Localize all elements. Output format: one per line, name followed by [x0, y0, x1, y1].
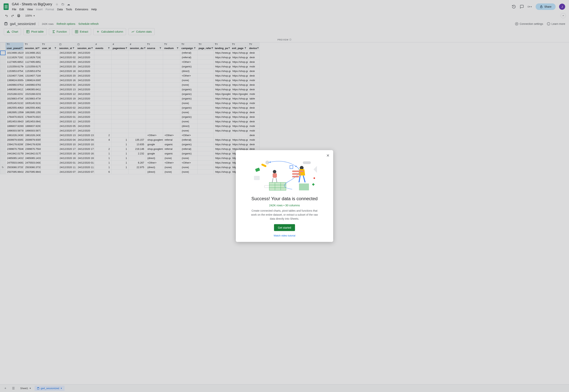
- svg-rect-64: [292, 176, 299, 178]
- watch-tutorial-link[interactable]: Watch video tutorial: [241, 234, 328, 237]
- close-icon[interactable]: ✕: [325, 153, 330, 158]
- get-started-button[interactable]: Get started: [274, 224, 295, 231]
- svg-rect-63: [292, 173, 301, 175]
- success-modal: ✕: [236, 150, 333, 242]
- svg-rect-65: [303, 161, 311, 164]
- svg-rect-48: [273, 173, 277, 178]
- svg-rect-51: [269, 182, 286, 190]
- svg-rect-69: [312, 183, 315, 186]
- modal-illustration: [241, 156, 328, 194]
- svg-line-50: [276, 178, 277, 182]
- svg-line-60: [299, 176, 300, 182]
- modal-description: Create connected charts, pivot tables an…: [250, 209, 319, 221]
- svg-marker-67: [313, 166, 317, 173]
- svg-rect-45: [254, 176, 260, 180]
- svg-rect-58: [290, 166, 293, 169]
- svg-line-49: [272, 178, 273, 182]
- svg-rect-43: [255, 168, 260, 172]
- svg-line-61: [303, 176, 305, 182]
- svg-point-47: [273, 170, 276, 173]
- svg-rect-62: [292, 171, 304, 172]
- modal-stats: 242K rows • 30 columns: [241, 204, 328, 207]
- svg-point-57: [295, 166, 297, 167]
- svg-point-68: [313, 178, 315, 179]
- modal-title: Success! Your data is connected: [241, 196, 328, 201]
- svg-rect-44: [261, 163, 267, 167]
- svg-rect-66: [299, 183, 309, 190]
- svg-point-56: [270, 162, 271, 163]
